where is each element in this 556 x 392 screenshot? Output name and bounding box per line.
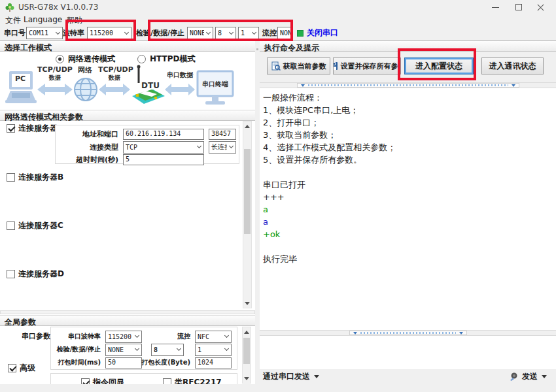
server-c-checkbox[interactable]: 连接服务器C — [7, 220, 63, 231]
server-a-port-input[interactable]: 38457 — [209, 129, 236, 140]
chevron-down-icon — [175, 344, 183, 355]
serial-params-groupbox: 串口波特率 115200 流控 NFC 检验/数据/停止 — [50, 327, 237, 370]
global-baud-value: 115200 — [106, 333, 133, 340]
global-baud-label: 串口波特率 — [51, 332, 101, 341]
checkbox-checked-icon — [7, 124, 15, 133]
server-b-label: 连接服务器B — [18, 172, 63, 183]
log-line: 5、设置并保存所有参数。 — [263, 154, 556, 166]
conn-type-value: TCP — [124, 144, 195, 151]
advanced-checkbox[interactable]: 高级 — [8, 363, 35, 374]
global-area-scrollbar[interactable] — [242, 327, 251, 384]
serial-terminal-icon — [196, 70, 234, 108]
vertical-splitter[interactable] — [255, 41, 260, 384]
timeout-input[interactable]: 5 — [123, 154, 204, 165]
server-d-label: 连接服务器D — [18, 269, 64, 280]
scrollbar-thumb[interactable] — [243, 338, 250, 364]
server-a-address-input[interactable]: 60.216.119.134 — [123, 129, 204, 140]
work-mode-options: 网络透传模式 HTTPD模式 — [0, 54, 255, 64]
transparent-mode-label: 网络透传模式 — [68, 54, 115, 65]
radio-selected-icon — [56, 55, 64, 63]
log-output: 一般操作流程： 1、模块连PC串口,上电； 2、打开串口； 3、获取当前参数； … — [260, 88, 556, 330]
global-stopbits-value: 1 — [196, 346, 222, 353]
global-pds-label: 检验/数据/停止 — [51, 345, 101, 354]
global-flow-select[interactable]: NFC — [195, 331, 232, 343]
collapse-arrow-icon — [301, 84, 305, 87]
checkbox-unchecked-icon — [163, 378, 171, 384]
save-params-button[interactable]: 设置并保存所有参数 — [333, 57, 401, 74]
send-top-splitter[interactable] — [260, 330, 556, 336]
conn-type-label: 连接类型 — [56, 142, 118, 152]
log-line: 3、获取当前参数； — [263, 129, 556, 141]
annotation-rect-serial-format — [148, 20, 293, 41]
get-params-button[interactable]: 获取当前参数 — [267, 57, 330, 74]
server-area-scrollbar[interactable] — [243, 121, 252, 308]
scroll-down-icon[interactable] — [243, 374, 251, 383]
pc-label: PC — [4, 75, 37, 83]
rfc2217-checkbox[interactable]: 类RFC2217 — [163, 377, 222, 384]
splitter-gripper[interactable] — [297, 83, 519, 88]
double-arrow-icon — [37, 83, 73, 98]
double-arrow-icon — [165, 83, 195, 98]
conn-type-select[interactable]: TCP — [123, 141, 204, 154]
work-mode-header: 选择工作模式 — [0, 41, 255, 52]
send-input-area[interactable] — [260, 336, 556, 369]
serial-params-label: 串口参数 — [22, 331, 50, 341]
maximize-button[interactable] — [508, 0, 530, 14]
chevron-down-icon — [222, 331, 231, 342]
log-top-splitter[interactable] — [260, 82, 556, 88]
log-line: 执行完毕 — [263, 253, 556, 265]
global-stopbits-select[interactable]: 1 — [195, 344, 232, 356]
scrollbar-thumb[interactable] — [244, 149, 251, 234]
com-port-value: COM11 — [27, 29, 54, 37]
search-doc-icon — [271, 61, 281, 71]
log-line: a — [263, 216, 556, 228]
close-button[interactable] — [530, 0, 552, 14]
radio-httpd-mode[interactable]: HTTPD模式 — [137, 54, 195, 65]
log-line — [263, 240, 556, 253]
scroll-up-icon[interactable] — [243, 327, 251, 336]
log-line: +ok — [263, 228, 556, 240]
radio-transparent-mode[interactable]: 网络透传模式 — [56, 54, 115, 65]
packtime-label: 打包时间(ms) — [51, 358, 101, 367]
minimize-button[interactable] — [484, 0, 506, 14]
checkbox-checked-icon — [8, 364, 16, 372]
global-databits-select[interactable]: 8 — [151, 344, 184, 356]
annotation-rect-baud — [65, 20, 136, 41]
server-d-checkbox[interactable]: 连接服务器D — [7, 269, 64, 280]
com-port-label: 串口号 — [4, 28, 26, 38]
scroll-up-icon[interactable] — [243, 122, 251, 131]
global-parity-select[interactable]: NONE — [105, 344, 142, 356]
send-via-serial-dropdown[interactable]: 通过串口发送 — [263, 371, 319, 382]
packlen-input[interactable]: 1024 — [195, 357, 232, 368]
collapse-arrow-icon — [459, 332, 463, 335]
keepalive-select[interactable]: 长连接 — [209, 141, 236, 154]
dropdown-arrow-icon — [542, 375, 547, 378]
serial-data-label: 串口数据 — [164, 71, 196, 79]
left-panel: 选择工作模式 网络透传模式 HTTPD模式 P — [0, 41, 255, 384]
gripper-dots — [308, 84, 508, 86]
splitter-grip-dot — [256, 48, 258, 50]
packtime-input[interactable]: 50 — [105, 357, 142, 368]
send-button[interactable]: 发送 — [509, 371, 547, 382]
server-b-checkbox[interactable]: 连接服务器B — [7, 172, 63, 183]
close-serial-port-button[interactable]: 关闭串口 — [297, 27, 338, 39]
com-port-select[interactable]: COM11 — [26, 27, 63, 39]
chevron-down-icon — [222, 344, 231, 355]
global-params-area: 串口参数 串口波特率 115200 流控 NFC — [0, 326, 255, 384]
globe-icon — [74, 74, 97, 106]
log-line: +++ — [263, 191, 556, 203]
tcp-udp-line2: 数据 — [109, 74, 120, 81]
scroll-down-icon[interactable] — [243, 299, 251, 308]
checkbox-unchecked-icon — [7, 173, 15, 182]
echo-checkbox[interactable]: 指令回显 — [81, 377, 124, 384]
tcp-udp-label-1: TCP/UDP 数据 — [37, 66, 73, 82]
enter-comm-button[interactable]: 进入通讯状态 — [481, 57, 544, 74]
splitter-gripper[interactable] — [349, 331, 467, 335]
tcp-udp-label-2: TCP/UDP 数据 — [98, 66, 131, 82]
radio-unselected-icon — [137, 55, 146, 63]
send-pen-icon — [509, 372, 518, 382]
tcp-udp-line1: TCP/UDP — [37, 65, 73, 74]
double-arrow-icon — [99, 83, 130, 98]
menu-language[interactable]: Language — [24, 15, 62, 24]
global-baud-select[interactable]: 115200 — [105, 331, 142, 343]
